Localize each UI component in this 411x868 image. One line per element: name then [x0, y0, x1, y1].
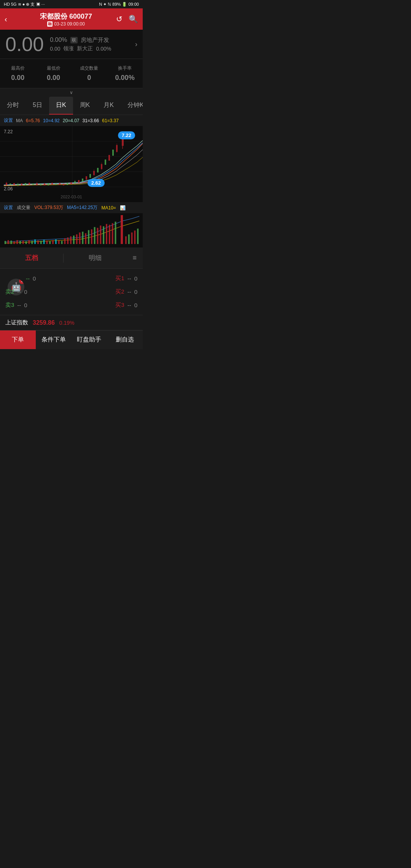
- svg-rect-27: [89, 174, 91, 178]
- svg-rect-12: [32, 183, 34, 185]
- vol-ma5: MA5=142.25万: [67, 204, 97, 211]
- market-name[interactable]: 上证指数: [5, 319, 28, 326]
- header: ‹ 宋都股份 600077 融 03-23 09:00:00 ↺ 🔍: [0, 8, 143, 30]
- stat-vol-label: 成交数量: [73, 65, 106, 72]
- status-right-text: N ✦ ℕ 89% 🔋 09:00: [99, 2, 139, 7]
- ma-label: MA: [16, 118, 23, 123]
- svg-rect-70: [79, 233, 81, 244]
- svg-rect-54: [31, 241, 33, 244]
- svg-rect-82: [115, 222, 116, 244]
- volume-chart-svg: [2, 213, 141, 246]
- svg-rect-24: [78, 180, 80, 183]
- volume-chart[interactable]: [0, 213, 143, 247]
- svg-rect-21: [67, 183, 68, 185]
- chart-low-price: 2.06: [4, 186, 13, 191]
- svg-rect-74: [91, 229, 92, 244]
- svg-rect-86: [131, 233, 133, 244]
- tab-detail[interactable]: 明细: [64, 247, 127, 268]
- stat-turn-value: 0.00%: [108, 74, 141, 82]
- svg-rect-66: [67, 238, 68, 244]
- svg-rect-65: [64, 238, 65, 244]
- buy1-label: 买1: [115, 275, 124, 282]
- svg-rect-59: [46, 241, 48, 244]
- expand-button[interactable]: ∨: [0, 88, 143, 97]
- svg-rect-72: [85, 233, 86, 244]
- stat-low-value: 0.00: [37, 74, 70, 82]
- svg-rect-52: [25, 241, 27, 244]
- sector-text: 房地产开发: [81, 37, 109, 44]
- nav-remove-watch[interactable]: 删自选: [107, 330, 143, 349]
- svg-rect-88: [137, 228, 139, 244]
- svg-rect-64: [61, 241, 63, 244]
- sell3-label: 卖3: [5, 302, 14, 309]
- buy1-price: --: [127, 275, 131, 282]
- svg-rect-85: [128, 235, 130, 244]
- trading-time: 03-23 09:00:00: [54, 21, 85, 27]
- stat-turn-label: 换手率: [108, 65, 141, 72]
- buy3-price: --: [127, 302, 131, 308]
- status-bar: HD 5G ≋ ● ⊕ 支 ▣ ··· N ✦ ℕ 89% 🔋 09:00: [0, 0, 143, 8]
- rong-badge: 融: [47, 21, 53, 27]
- price-change-row2: 0.00 领涨 新大正 0.00%: [50, 45, 129, 52]
- tab-dayk[interactable]: 日K: [49, 97, 73, 115]
- svg-rect-77: [100, 225, 101, 244]
- price-section: 0.00 0.00% 联 房地产开发 0.00 领涨 新大正 0.00% ›: [0, 30, 143, 59]
- svg-rect-49: [16, 240, 18, 244]
- sell2-label: 卖2: [5, 288, 14, 295]
- svg-rect-51: [22, 241, 24, 244]
- arrow-right-icon[interactable]: ›: [135, 40, 137, 48]
- stat-vol-value: 0: [73, 74, 106, 82]
- nav-watch-helper[interactable]: 盯盘助手: [72, 330, 107, 349]
- stat-turn: 换手率 0.00%: [107, 63, 143, 84]
- candlestick-chart[interactable]: 7.22 2.06: [0, 126, 143, 202]
- svg-rect-20: [63, 184, 64, 185]
- svg-rect-73: [88, 230, 89, 244]
- nav-condition-order[interactable]: 条件下单: [36, 330, 72, 349]
- svg-rect-79: [106, 224, 107, 244]
- tab-5day[interactable]: 5日: [26, 97, 49, 115]
- svg-rect-15: [44, 183, 45, 185]
- svg-rect-17: [51, 183, 53, 185]
- order-row-sell2: 卖2 -- 0 买2 -- 0: [0, 285, 143, 298]
- svg-rect-19: [59, 183, 61, 185]
- ma-settings-button[interactable]: 设置: [4, 117, 13, 124]
- bottom-nav: 下单 条件下单 盯盘助手 删自选: [0, 330, 143, 349]
- order-menu-icon[interactable]: ≡: [127, 254, 143, 262]
- tab-monthk[interactable]: 月K: [97, 97, 121, 115]
- buy3-label: 买3: [115, 302, 124, 309]
- tab-fenshi[interactable]: 分时: [0, 97, 26, 115]
- lead-name: 新大正: [77, 45, 93, 52]
- sell1-left: -- 0: [26, 275, 82, 282]
- tab-minutek[interactable]: 分钟K: [121, 97, 143, 115]
- tab-weekk[interactable]: 周K: [73, 97, 97, 115]
- order-row-sell3: 卖3 -- 0 买3 -- 0: [0, 298, 143, 312]
- nav-place-order[interactable]: 下单: [0, 330, 36, 349]
- tab-five-levels[interactable]: 五档: [0, 247, 63, 268]
- chart-tab-bar: 分时 5日 日K 周K 月K 分钟K: [0, 97, 143, 115]
- search-icon[interactable]: 🔍: [129, 14, 138, 24]
- svg-rect-78: [103, 226, 104, 244]
- vol-settings-button[interactable]: 设置: [4, 204, 13, 211]
- order-row-sell1: 🤖 3 -- 0 买1 -- 0: [0, 272, 143, 285]
- svg-rect-84: [125, 236, 127, 244]
- stat-low-label: 最低价: [37, 65, 70, 72]
- svg-rect-56: [37, 241, 39, 244]
- header-icons: ↺ 🔍: [116, 14, 138, 24]
- stat-high: 最高价 0.00: [0, 63, 36, 84]
- svg-rect-71: [82, 232, 83, 244]
- svg-rect-47: [10, 241, 12, 244]
- refresh-icon[interactable]: ↺: [116, 14, 123, 24]
- svg-rect-53: [28, 240, 30, 244]
- svg-rect-62: [55, 239, 57, 244]
- svg-rect-45: [5, 241, 6, 244]
- svg-rect-48: [13, 241, 15, 244]
- stat-high-value: 0.00: [2, 74, 34, 82]
- stats-row: 最高价 0.00 最低价 0.00 成交数量 0 换手率 0.00%: [0, 59, 143, 88]
- vol-icon[interactable]: 📊: [120, 205, 126, 211]
- sell2-left: 卖2 -- 0: [5, 288, 72, 295]
- buy1-right: 买1 -- 0: [82, 275, 138, 282]
- vol-value: VOL:379.53万: [34, 204, 63, 211]
- lian-badge: 联: [70, 37, 78, 43]
- price-change-pct: 0.00%: [50, 37, 67, 43]
- back-button[interactable]: ‹: [5, 15, 16, 24]
